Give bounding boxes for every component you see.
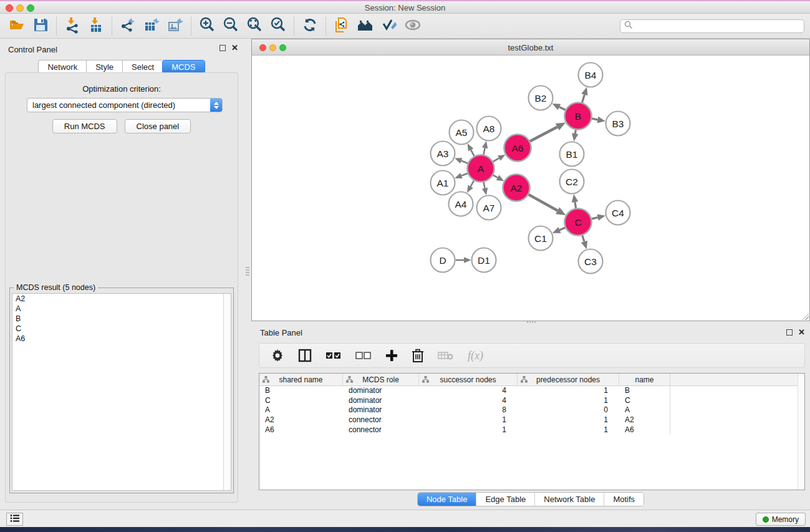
memory-button[interactable]: Memory bbox=[756, 513, 806, 526]
graph-edge[interactable] bbox=[592, 118, 597, 120]
table-cell[interactable]: A2 bbox=[259, 415, 343, 425]
table-cell[interactable]: 1 bbox=[419, 425, 518, 435]
table-row[interactable]: A2connector11A2 bbox=[259, 415, 804, 425]
table-cell[interactable]: A bbox=[259, 405, 343, 415]
column-header-shared-name[interactable]: shared name bbox=[259, 374, 343, 385]
table-row[interactable]: Adominator80A bbox=[259, 405, 804, 415]
column-header-name[interactable]: name bbox=[619, 374, 670, 385]
network-view-window[interactable]: testGlobe.txt B4B2BB3A5A8A6B1A3AC2A1A2A4… bbox=[251, 39, 810, 321]
table-cell[interactable]: C bbox=[619, 396, 670, 406]
mcds-result-list[interactable]: A2ABCA6 bbox=[12, 293, 231, 491]
table-scrollbar[interactable] bbox=[798, 374, 804, 490]
graph-edge[interactable] bbox=[582, 235, 584, 241]
table-cell[interactable]: connector bbox=[343, 415, 419, 425]
table-cell[interactable]: 1 bbox=[419, 415, 518, 425]
tab-node-table[interactable]: Node Table bbox=[418, 493, 477, 506]
graph-edge[interactable] bbox=[493, 158, 499, 162]
tab-network-table[interactable]: Network Table bbox=[535, 493, 604, 506]
float-panel-icon[interactable] bbox=[219, 45, 226, 51]
table-row[interactable]: A6connector11A6 bbox=[259, 425, 804, 435]
window-resize-handle[interactable] bbox=[801, 312, 809, 320]
copy-view-button[interactable] bbox=[330, 16, 354, 37]
settings-gear-icon[interactable] bbox=[271, 347, 284, 364]
table-cell[interactable]: connector bbox=[343, 425, 419, 435]
network-window-titlebar[interactable]: testGlobe.txt bbox=[252, 39, 809, 56]
graph-edge[interactable] bbox=[592, 218, 598, 219]
table-cell[interactable]: A6 bbox=[259, 425, 343, 435]
graph-edge[interactable] bbox=[484, 182, 485, 188]
close-panel-button[interactable]: Close panel bbox=[125, 119, 191, 133]
table-cell[interactable]: B bbox=[619, 386, 670, 396]
graph-edge[interactable] bbox=[471, 181, 474, 187]
search-field[interactable] bbox=[620, 19, 804, 33]
result-list-item[interactable]: B bbox=[12, 314, 231, 324]
graph-edge[interactable] bbox=[493, 175, 498, 178]
home-button[interactable] bbox=[354, 16, 377, 37]
export-network-button[interactable] bbox=[116, 16, 140, 37]
graph-edge[interactable] bbox=[582, 95, 585, 103]
validate-button[interactable] bbox=[377, 16, 401, 37]
main-titlebar[interactable]: Session: New Session bbox=[0, 1, 810, 14]
column-header-mcds-role[interactable]: MCDS role bbox=[343, 374, 419, 385]
zoom-selected-button[interactable] bbox=[266, 16, 290, 37]
table-cell[interactable]: B bbox=[259, 386, 343, 396]
table-cell[interactable]: 1 bbox=[518, 396, 619, 406]
graph-edge[interactable] bbox=[483, 148, 485, 155]
import-network-button[interactable] bbox=[60, 16, 84, 37]
table-cell[interactable]: 1 bbox=[518, 415, 619, 425]
refresh-button[interactable] bbox=[298, 16, 322, 37]
table-cell[interactable]: A2 bbox=[619, 415, 670, 425]
column-header-successor-nodes[interactable]: successor nodes bbox=[419, 374, 518, 385]
graph-edge[interactable] bbox=[559, 107, 566, 110]
graph-edge[interactable] bbox=[461, 173, 468, 176]
task-history-button[interactable] bbox=[6, 513, 23, 526]
float-table-panel-icon[interactable] bbox=[786, 329, 793, 336]
open-session-button[interactable] bbox=[5, 16, 29, 37]
vertical-split-grip[interactable] bbox=[246, 267, 249, 276]
import-table-button[interactable] bbox=[84, 16, 108, 37]
result-list-item[interactable]: A6 bbox=[12, 334, 231, 344]
table-cell[interactable]: C bbox=[259, 396, 343, 406]
table-cell[interactable]: 4 bbox=[419, 396, 518, 406]
select-all-checkboxes-icon[interactable] bbox=[325, 347, 342, 364]
close-panel-icon[interactable]: ✕ bbox=[231, 45, 238, 51]
export-image-button[interactable] bbox=[163, 16, 187, 37]
export-table-button[interactable] bbox=[140, 16, 163, 37]
show-columns-icon[interactable] bbox=[298, 347, 312, 364]
table-cell[interactable]: dominator bbox=[343, 386, 419, 396]
graph-edge[interactable] bbox=[559, 228, 565, 230]
result-list-item[interactable]: C bbox=[12, 324, 231, 334]
table-cell[interactable]: 0 bbox=[518, 405, 619, 415]
result-list-scrollbar[interactable] bbox=[223, 294, 231, 490]
add-column-icon[interactable] bbox=[385, 347, 398, 364]
zoom-out-button[interactable] bbox=[219, 16, 243, 37]
result-list-item[interactable]: A bbox=[12, 304, 231, 314]
save-session-button[interactable] bbox=[29, 16, 52, 37]
table-cell[interactable]: 1 bbox=[518, 386, 619, 396]
optimization-criterion-select[interactable]: largest connected component (directed) bbox=[27, 98, 223, 112]
run-mcds-button[interactable]: Run MCDS bbox=[52, 119, 117, 133]
graph-edge[interactable] bbox=[461, 161, 468, 163]
result-list-item[interactable]: A2 bbox=[12, 294, 231, 304]
deselect-all-checkboxes-icon[interactable] bbox=[355, 347, 372, 364]
graph-edge[interactable] bbox=[530, 127, 557, 141]
show-details-button[interactable] bbox=[401, 16, 425, 37]
table-cell[interactable]: A bbox=[619, 405, 670, 415]
table-row[interactable]: Cdominator41C bbox=[259, 396, 804, 406]
graph-edge[interactable] bbox=[471, 150, 474, 156]
table-cell[interactable]: dominator bbox=[343, 405, 419, 415]
network-canvas[interactable]: B4B2BB3A5A8A6B1A3AC2A1A2A4A7C4CC1C3DD1 bbox=[252, 56, 809, 321]
table-cell[interactable]: A6 bbox=[619, 425, 670, 435]
graph-edge[interactable] bbox=[529, 195, 558, 211]
table-cell[interactable]: 8 bbox=[419, 405, 518, 415]
table-cell[interactable]: 4 bbox=[419, 386, 518, 396]
table-cell[interactable]: 1 bbox=[518, 425, 619, 435]
delete-column-icon[interactable] bbox=[412, 347, 424, 364]
tab-motifs[interactable]: Motifs bbox=[604, 493, 644, 506]
zoom-in-button[interactable] bbox=[195, 16, 219, 37]
zoom-fit-button[interactable] bbox=[243, 16, 266, 37]
graph-edge[interactable] bbox=[575, 130, 576, 133]
table-cell[interactable]: dominator bbox=[343, 396, 419, 406]
close-table-panel-icon[interactable]: ✕ bbox=[798, 329, 805, 336]
tab-edge-table[interactable]: Edge Table bbox=[476, 493, 535, 506]
